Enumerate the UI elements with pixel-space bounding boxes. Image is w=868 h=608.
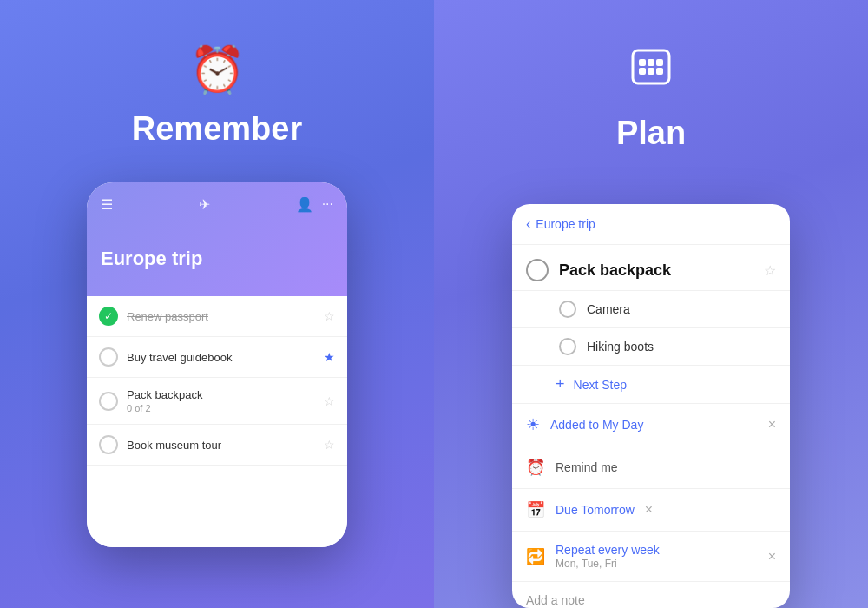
svg-rect-6 [656,68,663,75]
task-checkbox-renew-passport[interactable]: ✓ [99,307,118,326]
remember-icon: ⏰ [189,43,246,96]
repeat-icon: 🔁 [526,547,545,566]
repeat-main-label: Repeat every week [556,543,758,557]
svg-rect-5 [648,68,654,75]
detail-task-title: Pack backpack [559,261,753,280]
phone-body: ✓ Renew passport ☆ Buy travel guidebook … [87,296,347,547]
next-step-label: Next Step [574,378,627,392]
person-add-icon[interactable]: 👤 [296,196,313,213]
phone-header: ☰ ✈ 👤 ··· Europe trip [87,182,347,296]
next-step-row[interactable]: + Next Step [512,366,790,404]
repeat-close[interactable]: × [768,549,776,565]
task-sub-pack-backpack: 0 of 2 [127,403,315,413]
due-date-section[interactable]: 📅 Due Tomorrow × [512,489,790,532]
task-item-renew-passport[interactable]: ✓ Renew passport ☆ [87,296,347,337]
detail-star[interactable]: ☆ [764,262,776,279]
calendar-icon: 📅 [526,500,545,519]
sub-name-hiking-boots: Hiking boots [587,340,654,354]
star-renew-passport[interactable]: ☆ [324,309,335,323]
task-item-pack-backpack[interactable]: Pack backpack 0 of 2 ☆ [87,378,347,425]
airplane-icon: ✈ [199,196,210,213]
list-title: Europe trip [101,248,333,270]
detail-card: ‹ Europe trip Pack backpack ☆ Camera Hik… [512,204,790,608]
task-checkbox-pack-backpack[interactable] [99,392,118,411]
more-options-icon[interactable]: ··· [322,196,333,213]
repeat-sub-label: Mon, Tue, Fri [556,558,758,570]
detail-title-row: Pack backpack ☆ [512,245,790,291]
task-content-renew-passport: Renew passport [127,310,315,323]
my-day-close[interactable]: × [768,417,776,433]
add-note[interactable]: Add a note [512,582,790,608]
due-label: Due Tomorrow [556,503,635,517]
task-content-buy-guidebook: Buy travel guidebook [127,351,315,364]
my-day-section[interactable]: ☀ Added to My Day × [512,404,790,446]
task-name-book-museum: Book museum tour [127,439,315,452]
detail-task-checkbox[interactable] [526,259,549,281]
task-name-buy-guidebook: Buy travel guidebook [127,351,315,364]
task-item-buy-guidebook[interactable]: Buy travel guidebook ★ [87,337,347,378]
svg-rect-2 [648,59,654,66]
detail-back-nav[interactable]: ‹ Europe trip [512,204,790,245]
task-item-book-museum[interactable]: Book museum tour ☆ [87,425,347,466]
task-content-pack-backpack: Pack backpack 0 of 2 [127,388,315,413]
repeat-content: Repeat every week Mon, Tue, Fri [556,543,758,570]
sub-task-hiking-boots[interactable]: Hiking boots [512,328,790,366]
remind-me-section[interactable]: ⏰ Remind me [512,446,790,489]
right-panel: Plan ‹ Europe trip Pack backpack ☆ Camer… [434,0,868,608]
phone-nav: ☰ ✈ 👤 ··· [101,196,333,213]
star-pack-backpack[interactable]: ☆ [324,394,335,408]
remind-icon: ⏰ [526,458,545,477]
svg-rect-0 [633,50,669,83]
right-panel-title: Plan [616,115,686,152]
due-close[interactable]: × [645,502,653,518]
svg-rect-3 [656,59,663,66]
sub-checkbox-camera[interactable] [559,301,576,318]
left-panel: ⏰ Remember ☰ ✈ 👤 ··· Europe trip ✓ Renew… [0,0,434,608]
sub-task-camera[interactable]: Camera [512,291,790,328]
task-content-book-museum: Book museum tour [127,439,315,452]
plus-icon: + [556,375,565,393]
hamburger-icon[interactable]: ☰ [101,196,113,213]
my-day-label: Added to My Day [550,418,758,432]
repeat-section[interactable]: 🔁 Repeat every week Mon, Tue, Fri × [512,532,790,582]
star-buy-guidebook[interactable]: ★ [324,350,335,364]
svg-rect-1 [639,59,646,66]
left-panel-title: Remember [132,110,302,148]
sub-name-camera: Camera [587,302,630,316]
svg-rect-4 [639,68,646,75]
task-name-pack-backpack: Pack backpack [127,388,315,401]
remind-label: Remind me [556,460,618,474]
task-checkbox-buy-guidebook[interactable] [99,347,118,367]
task-checkbox-book-museum[interactable] [99,435,118,454]
phone-mockup: ☰ ✈ 👤 ··· Europe trip ✓ Renew passport ☆ [87,182,347,547]
star-book-museum[interactable]: ☆ [324,438,335,452]
plan-icon [628,43,674,101]
back-chevron-icon: ‹ [526,216,530,232]
sun-icon: ☀ [526,415,540,434]
sub-checkbox-hiking-boots[interactable] [559,338,576,355]
back-label: Europe trip [536,217,595,231]
task-name-renew-passport: Renew passport [127,310,315,323]
